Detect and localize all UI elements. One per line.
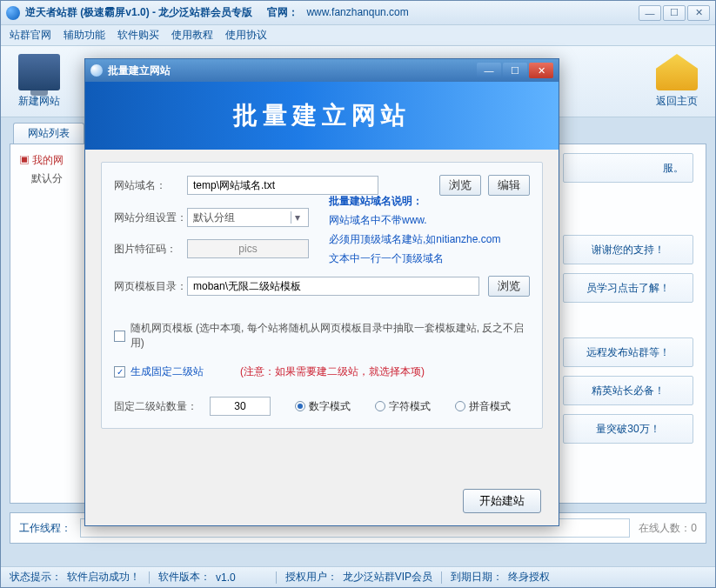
piccode-input [187, 239, 309, 258]
tool-back-home-label: 返回主页 [656, 94, 698, 109]
status-user-label: 授权用户： [285, 570, 338, 585]
count-input[interactable] [210, 397, 271, 416]
mode-pinyin-label: 拼音模式 [469, 399, 511, 414]
tool-back-home[interactable]: 返回主页 [649, 54, 705, 109]
home-icon [656, 54, 698, 90]
menu-tutorial[interactable]: 使用教程 [171, 28, 213, 43]
group-label: 网站分组设置： [114, 210, 187, 225]
menu-official[interactable]: 站群官网 [10, 28, 51, 43]
chevron-down-icon: ▾ [291, 211, 303, 224]
mode-char-radio[interactable] [375, 401, 385, 411]
dialog-form-panel: 网站域名： 浏览 编辑 网站分组设置： 默认分组 ▾ [101, 162, 543, 429]
online-count: 在线人数：0 [639, 521, 697, 536]
random-template-label: 随机网页模板 (选中本项, 每个站将随机从网页模板目录中抽取一套模板建站, 反之… [130, 321, 530, 351]
monitor-icon [18, 54, 60, 90]
menu-agreement[interactable]: 使用协议 [225, 28, 267, 43]
fixed-sublevel-checkbox[interactable]: ✓ [114, 366, 125, 378]
tpl-input[interactable] [187, 277, 479, 296]
status-user-value: 龙少泛站群VIP会员 [343, 570, 432, 585]
tab-site-list[interactable]: 网站列表 [13, 123, 84, 144]
maximize-button[interactable]: ☐ [663, 5, 686, 21]
count-label: 固定二级站数量： [114, 399, 210, 414]
tpl-label: 网页模板目录： [114, 279, 187, 294]
menu-helper[interactable]: 辅助功能 [64, 28, 105, 43]
random-template-checkbox[interactable] [114, 331, 125, 342]
info-box-5[interactable]: 量突破30万！ [563, 414, 693, 444]
tpl-browse-button[interactable]: 浏览 [488, 276, 530, 297]
status-exp-value: 终身授权 [508, 570, 550, 585]
close-button[interactable]: ✕ [687, 5, 710, 21]
hint-line-1: 网站域名中不带www. [329, 210, 500, 230]
mode-number-radio[interactable] [295, 401, 305, 411]
menu-buy[interactable]: 软件购买 [117, 28, 159, 43]
dialog-banner: 批量建立网站 [85, 82, 559, 150]
fixed-sublevel-note: (注意：如果需要建二级站，就选择本项) [240, 364, 425, 379]
main-titlebar: 逆天者站群 (极速霸屏v1.0) - 龙少泛站群会员专版 官网： www.fan… [1, 1, 715, 25]
domain-label: 网站域名： [114, 178, 187, 193]
dialog-minimize-button[interactable]: — [477, 63, 501, 78]
dialog-titlebar[interactable]: 批量建立网站 — ☐ ✕ [85, 59, 559, 82]
main-window: 逆天者站群 (极速霸屏v1.0) - 龙少泛站群会员专版 官网： www.fan… [0, 0, 716, 588]
status-tip-value: 软件启动成功！ [67, 570, 140, 585]
group-combo[interactable]: 默认分组 ▾ [187, 208, 309, 227]
piccode-label: 图片特征码： [114, 242, 187, 257]
dialog-close-button[interactable]: ✕ [529, 63, 553, 78]
minimize-button[interactable]: — [639, 5, 661, 21]
menu-bar: 站群官网 辅助功能 软件购买 使用教程 使用协议 [1, 25, 715, 46]
group-value: 默认分组 [193, 210, 235, 225]
info-box-1[interactable]: 谢谢您的支持！ [563, 235, 693, 264]
dialog-maximize-button[interactable]: ☐ [503, 63, 527, 78]
domain-hint-block: 批量建站域名说明： 网站域名中不带www. 必须用顶级域名建站,如nitianz… [329, 191, 500, 268]
mode-number-label: 数字模式 [309, 399, 351, 414]
hint-title: 批量建站域名说明： [329, 191, 500, 210]
tool-new-site[interactable]: 新建网站 [11, 54, 67, 109]
status-bar: 状态提示： 软件启动成功！ 软件版本： v1.0 授权用户： 龙少泛站群VIP会… [1, 566, 715, 587]
tool-new-site-label: 新建网站 [18, 94, 60, 109]
dialog-icon [90, 64, 103, 77]
fixed-sublevel-label: 生成固定二级站 [130, 364, 204, 379]
app-icon [6, 6, 20, 20]
hint-line-2: 必须用顶级域名建站,如nitianzhe.com [329, 230, 500, 249]
status-ver-label: 软件版本： [158, 570, 211, 585]
info-box-3[interactable]: 远程发布站群等！ [563, 337, 693, 367]
dialog-title: 批量建立网站 [108, 63, 477, 78]
info-box-4[interactable]: 精英站长必备！ [563, 376, 693, 405]
mode-char-label: 字符模式 [389, 399, 431, 414]
hint-line-3: 文本中一行一个顶级域名 [329, 249, 500, 268]
work-thread-label: 工作线程： [19, 521, 71, 536]
mode-pinyin-radio[interactable] [455, 401, 465, 411]
batch-create-dialog: 批量建立网站 — ☐ ✕ 批量建立网站 网站域名： 浏览 编辑 [84, 58, 559, 526]
status-exp-label: 到期日期： [451, 570, 503, 585]
info-box-0[interactable]: 服。 [563, 153, 693, 183]
start-build-button[interactable]: 开始建站 [463, 489, 541, 513]
info-box-2[interactable]: 员学习点击了解！ [563, 273, 693, 303]
status-tip-label: 状态提示： [10, 570, 62, 585]
window-title: 逆天者站群 (极速霸屏v1.0) - 龙少泛站群会员专版 官网： www.fan… [25, 5, 639, 20]
dialog-body: 网站域名： 浏览 编辑 网站分组设置： 默认分组 ▾ [85, 150, 559, 525]
status-ver-value: v1.0 [216, 571, 236, 584]
